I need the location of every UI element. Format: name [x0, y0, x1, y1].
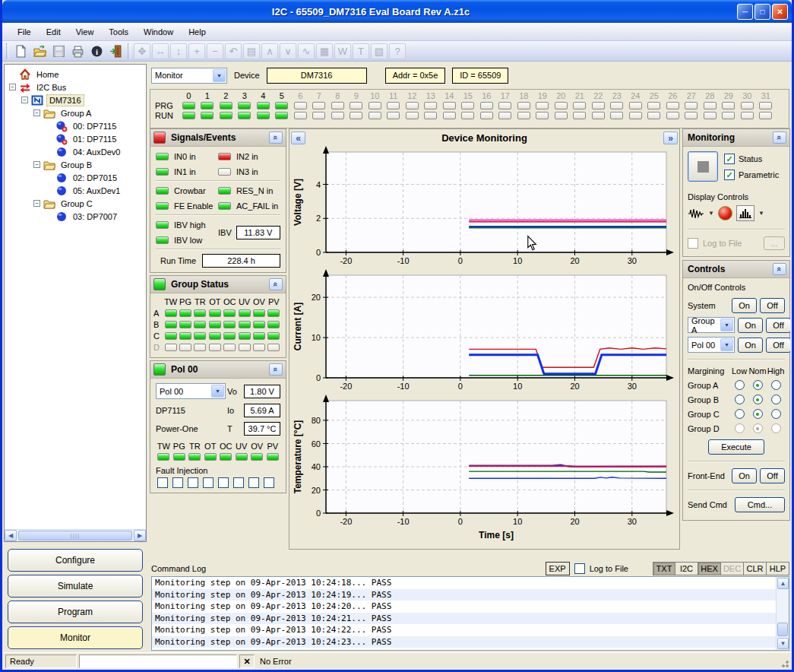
menu-help[interactable]: Help: [181, 25, 214, 39]
status-checkbox[interactable]: ✓: [724, 154, 735, 164]
menu-edit[interactable]: Edit: [39, 25, 68, 39]
group-b-nom-radio[interactable]: [753, 395, 763, 404]
collapse-chevron-icon[interactable]: «: [269, 363, 283, 376]
chevron-down-icon[interactable]: ▼: [720, 338, 733, 351]
fault-injection-checkbox[interactable]: [157, 477, 168, 488]
scroll-down-icon[interactable]: ▼: [777, 638, 789, 649]
log-hlp-button[interactable]: HLP: [767, 562, 789, 575]
marker-t-icon[interactable]: T: [353, 43, 369, 59]
grid-icon[interactable]: ▦: [316, 43, 333, 59]
front-end-off-button[interactable]: Off: [760, 468, 785, 483]
tree-item-group-b[interactable]: − Group B: [6, 158, 144, 171]
collapse-chevron-icon[interactable]: «: [269, 278, 283, 290]
resize-grip[interactable]: [780, 659, 789, 668]
group-b-high-radio[interactable]: [771, 395, 781, 404]
stop-monitoring-button[interactable]: [688, 151, 718, 182]
system-off-button[interactable]: Off: [760, 298, 785, 313]
tree-item-01-dp7115[interactable]: 01: DP7115: [6, 132, 144, 145]
monitor-log-checkbox[interactable]: [688, 238, 698, 249]
zoom-vertical-icon[interactable]: ↕: [170, 43, 187, 59]
mode-select[interactable]: Monitor ▼: [151, 68, 227, 84]
fault-injection-checkbox[interactable]: [188, 477, 198, 488]
fault-injection-checkbox[interactable]: [248, 477, 259, 488]
close-button[interactable]: ✕: [772, 4, 788, 20]
histogram-style-button[interactable]: [736, 205, 754, 221]
collapse-chevron-icon[interactable]: «: [269, 132, 283, 144]
info-icon[interactable]: i: [88, 43, 106, 60]
peak-max-icon[interactable]: ∧: [261, 43, 278, 59]
axes-setup-icon[interactable]: ▤: [243, 43, 260, 59]
peak-min-icon[interactable]: ∨: [280, 43, 296, 59]
fault-injection-checkbox[interactable]: [172, 477, 183, 488]
tree-item-group-a[interactable]: − Group A: [6, 106, 144, 119]
waveform-style-icon[interactable]: [688, 208, 704, 219]
tree-expander-icon[interactable]: −: [33, 109, 40, 116]
browse-button[interactable]: ...: [764, 236, 785, 250]
pan-icon[interactable]: ✥: [134, 43, 150, 59]
tree-item-05-auxdev1[interactable]: 05: AuxDev1: [6, 184, 144, 197]
tree-item-04-auxdev0[interactable]: 04: AuxDev0: [6, 145, 144, 158]
group-a-select[interactable]: Group A▼: [688, 317, 735, 333]
system-on-button[interactable]: On: [732, 298, 757, 313]
scroll-up-icon[interactable]: ▲: [777, 578, 789, 589]
group-a-on-button[interactable]: On: [738, 318, 763, 333]
waveform-icon[interactable]: ∿: [298, 43, 315, 59]
nav-monitor-button[interactable]: Monitor: [8, 626, 143, 649]
new-file-icon[interactable]: [12, 43, 30, 60]
tree-item-home[interactable]: Home: [6, 68, 144, 81]
front-end-on-button[interactable]: On: [732, 468, 757, 483]
help-icon[interactable]: ?: [389, 43, 406, 59]
chevron-down-icon[interactable]: ▼: [211, 385, 224, 398]
fault-injection-checkbox[interactable]: [218, 477, 229, 488]
open-file-icon[interactable]: [31, 43, 49, 60]
log-clr-button[interactable]: CLR: [744, 562, 767, 575]
print-icon[interactable]: [69, 43, 87, 60]
parametric-checkbox[interactable]: ✓: [724, 170, 735, 180]
log-vertical-scrollbar[interactable]: ▲ ▼: [776, 577, 789, 650]
log-i2c-button[interactable]: I2C: [675, 562, 698, 575]
group-a-off-button[interactable]: Off: [766, 318, 790, 333]
pol-select[interactable]: Pol 00 ▼: [156, 383, 226, 399]
group-d-low-radio[interactable]: [735, 423, 745, 433]
title-bar[interactable]: I2C - 65509_DM7316 Eval Board Rev A.z1c …: [2, 0, 792, 23]
tree-item-03-dp7007[interactable]: 03: DP7007: [6, 210, 144, 223]
chevron-down-icon[interactable]: ▼: [720, 319, 733, 331]
tree-expander-icon[interactable]: −: [33, 200, 40, 207]
scroll-thumb[interactable]: [777, 623, 788, 636]
group-d-high-radio[interactable]: [771, 423, 781, 433]
pol-00-on-button[interactable]: On: [738, 338, 763, 353]
zoom-in-icon[interactable]: +: [188, 43, 205, 59]
nav-configure-button[interactable]: Configure: [8, 549, 143, 572]
scroll-left-chevron-icon[interactable]: «: [291, 132, 305, 144]
tree-item-02-dp7015[interactable]: 02: DP7015: [6, 171, 144, 184]
save-file-icon[interactable]: [50, 43, 68, 60]
group-a-low-radio[interactable]: [735, 380, 745, 390]
group-d-nom-radio[interactable]: [753, 423, 763, 433]
minimize-button[interactable]: ─: [737, 4, 753, 20]
group-b-low-radio[interactable]: [735, 395, 745, 404]
nav-program-button[interactable]: Program: [8, 601, 143, 623]
send-cmd-button[interactable]: Cmd...: [735, 497, 785, 512]
tree-expander-icon[interactable]: −: [33, 161, 40, 168]
menu-window[interactable]: Window: [136, 25, 181, 39]
scroll-right-chevron-icon[interactable]: »: [663, 132, 678, 144]
tree-horizontal-scrollbar[interactable]: ◀ |||| ▶: [5, 529, 146, 541]
group-c-low-radio[interactable]: [735, 409, 745, 419]
pol-00-select[interactable]: Pol 00▼: [688, 337, 735, 353]
log-to-file-checkbox[interactable]: [574, 563, 585, 574]
nav-simulate-button[interactable]: Simulate: [8, 575, 143, 598]
menu-view[interactable]: View: [68, 25, 102, 39]
tree-item-00-dp7115[interactable]: 00: DP7115: [6, 119, 144, 132]
tree-expander-icon[interactable]: −: [21, 97, 28, 103]
log-txt-button[interactable]: TXT: [653, 562, 675, 575]
tree-item-dm7316[interactable]: − DM7316: [6, 94, 144, 106]
undo-zoom-icon[interactable]: ↶: [225, 43, 242, 59]
fault-injection-checkbox[interactable]: [203, 477, 214, 488]
group-c-nom-radio[interactable]: [753, 409, 763, 419]
record-led-icon[interactable]: [718, 206, 732, 220]
maximize-button[interactable]: □: [754, 4, 770, 20]
scroll-right-icon[interactable]: ▶: [134, 530, 146, 541]
tree-item-i2c-bus[interactable]: − I2C Bus: [6, 81, 144, 94]
collapse-chevron-icon[interactable]: «: [773, 263, 786, 275]
fault-injection-checkbox[interactable]: [233, 477, 244, 488]
